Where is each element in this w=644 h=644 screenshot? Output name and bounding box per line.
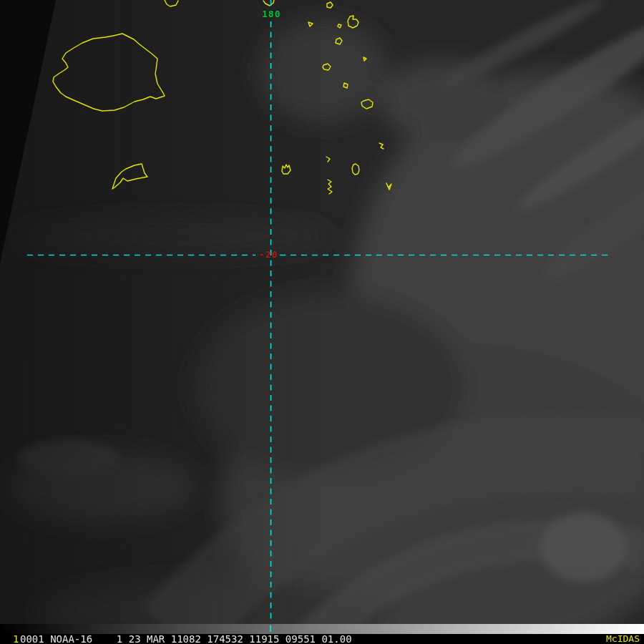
longitude-gridline-tick (270, 625, 271, 632)
frame-number: 1 (13, 634, 19, 644)
latlon-grid (27, 0, 613, 623)
satellite-image-display[interactable]: 180 -20 (0, 0, 644, 624)
coastline-island (338, 24, 341, 28)
coastline-island (361, 99, 373, 109)
coastline-island (323, 64, 331, 70)
status-bar: 1 0001 NOAA-16 1 23 MAR 11082 174532 119… (0, 634, 644, 644)
coastline-island (308, 22, 313, 26)
coastline-island (352, 164, 359, 175)
coastline-island (386, 183, 391, 190)
longitude-label: 180 (262, 9, 280, 19)
brightness-scale-bar (0, 624, 644, 634)
coastline-island (326, 157, 330, 162)
map-overlay (0, 0, 644, 624)
coastline-island (112, 164, 147, 189)
coastline-island (327, 2, 333, 8)
coastline-island (343, 83, 348, 88)
coastline-island (53, 34, 165, 111)
coastline-island (336, 38, 342, 44)
coastline-island (348, 16, 358, 28)
image-info-text: 0001 NOAA-16 1 23 MAR 11082 174532 11915… (20, 634, 352, 644)
latitude-label: -20 (259, 250, 278, 260)
mcidas-label: McIDAS (606, 634, 640, 644)
coastline-island (328, 180, 332, 194)
coastline-island (364, 57, 366, 61)
coastline-island (282, 165, 291, 174)
coastline-group (53, 0, 391, 194)
coastline-island (165, 0, 178, 6)
coastline-island (263, 0, 274, 6)
mcidas-window: 180 -20 1 0001 NOAA-16 1 23 MAR 11082 17… (0, 0, 644, 644)
coastline-island (379, 143, 384, 149)
